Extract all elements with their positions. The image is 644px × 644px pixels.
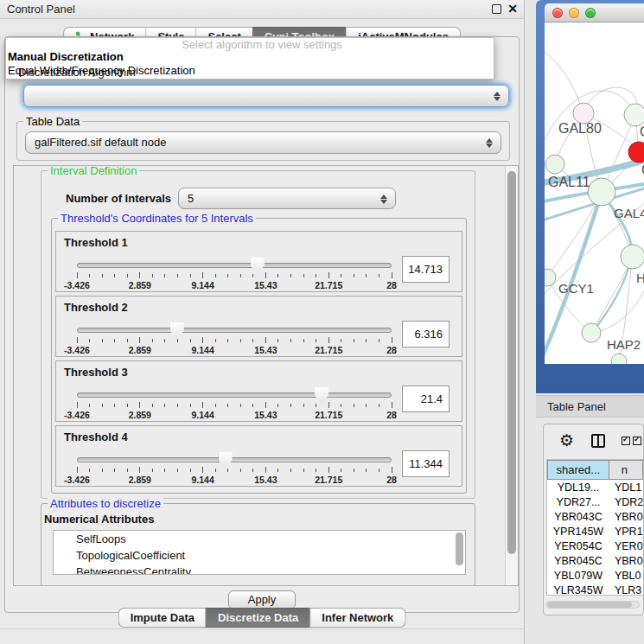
control-panel-window: Control Panel ✕ NetworkStyleSelectCyni T… <box>0 0 525 644</box>
slider-thumb[interactable] <box>170 322 184 338</box>
threshold-label: Threshold 3 <box>64 366 128 379</box>
network-node[interactable] <box>611 354 627 364</box>
table-cell: YBL0 <box>609 568 643 583</box>
scrollbar-track[interactable] <box>505 166 518 585</box>
slider-track[interactable] <box>77 457 392 462</box>
close-icon[interactable]: ✕ <box>507 2 518 16</box>
table-row[interactable]: YBL079WYBL0 <box>547 568 643 583</box>
table-cell: YBR0 <box>609 553 643 568</box>
network-node-label: GCY1 <box>558 281 594 296</box>
checkbox-icon[interactable] <box>622 437 630 445</box>
network-node[interactable] <box>588 178 615 206</box>
table-cell: YDR2 <box>609 494 643 509</box>
tab-discretize-data[interactable]: Discretize Data <box>206 608 309 628</box>
network-edge[interactable] <box>592 282 644 334</box>
slider-tick-labels: -3.4262.8599.14415.4321.71528 <box>77 410 392 420</box>
network-view-window[interactable]: GAL80G.CGAL11GAL4GCY1HHAP2 <box>536 0 644 393</box>
table-cell: YBR045C <box>547 553 609 568</box>
slider-ticks <box>77 467 392 474</box>
threshold-slider[interactable]: -3.4262.8599.14415.4321.71528 <box>77 322 392 355</box>
minimize-traffic-light[interactable] <box>569 8 579 18</box>
table-cell: YBR043C <box>547 509 609 524</box>
slider-track[interactable] <box>77 392 392 398</box>
horizontal-scrollbar-track[interactable] <box>545 601 640 609</box>
list-scrollbar-thumb[interactable] <box>456 532 463 565</box>
table-cell: YDL19... <box>547 480 609 494</box>
slider-ticks <box>77 272 392 279</box>
threshold-value-input[interactable] <box>402 386 450 412</box>
network-window-titlebar[interactable] <box>545 3 644 22</box>
cyni-toolbox-panel: Discretization Algorithm Select algorith… <box>4 36 520 613</box>
network-edge[interactable] <box>592 258 632 332</box>
slider-thumb[interactable] <box>219 452 233 468</box>
network-node-label: HAP2 <box>607 337 641 352</box>
gear-icon[interactable]: ⚙ <box>559 432 574 449</box>
numerical-attributes-list[interactable]: SelfLoopsTopologicalCoefficientBetweenne… <box>53 530 466 575</box>
slider-tick-labels: -3.4262.8599.14415.4321.71528 <box>77 345 392 355</box>
tab-impute-data[interactable]: Impute Data <box>118 608 206 628</box>
table-row[interactable]: YLR345WYLR3 <box>547 583 643 596</box>
network-node[interactable] <box>621 245 644 269</box>
columns-icon[interactable] <box>591 434 605 448</box>
table-panel-title: Table Panel <box>547 400 606 413</box>
network-node[interactable] <box>628 142 644 163</box>
horizontal-scrollbar-thumb[interactable] <box>547 602 632 608</box>
table-row[interactable]: YBR043CYBR0 <box>547 509 643 524</box>
threshold-value-input[interactable] <box>402 450 450 477</box>
table-row[interactable]: YDL19...YDL1 <box>547 480 643 494</box>
threshold-slider[interactable]: -3.4262.8599.14415.4321.71528 <box>77 387 392 420</box>
network-node[interactable] <box>624 104 644 126</box>
table-row[interactable]: YPR145WYPR1 <box>547 524 643 539</box>
table-cell: YPR1 <box>609 524 643 539</box>
table-cell: YPR145W <box>547 524 609 539</box>
slider-track[interactable] <box>77 263 392 268</box>
slider-thumb[interactable] <box>315 387 328 403</box>
table-row[interactable]: YBR045CYBR0 <box>547 553 643 568</box>
popup-option-equal-width[interactable]: Equal Width/Frequency Discretization <box>8 64 195 77</box>
close-traffic-light[interactable] <box>552 8 563 18</box>
threshold-slider[interactable]: -3.4262.8599.14415.4321.71528 <box>77 452 392 485</box>
interval-definition-group: Interval Definition Number of Intervals … <box>41 170 475 499</box>
network-node[interactable] <box>582 323 601 342</box>
attribute-list-item[interactable]: TopologicalCoefficient <box>54 547 465 564</box>
table-header-row: shared...n <box>547 460 643 480</box>
algorithm-combo[interactable] <box>23 85 509 107</box>
zoom-traffic-light[interactable] <box>585 8 596 18</box>
table-cell: YLR3 <box>609 583 643 596</box>
slider-thumb[interactable] <box>251 258 265 273</box>
table-toolbar: ⚙ <box>544 428 643 454</box>
network-node-label: GAL4 <box>614 206 644 220</box>
thresholds-group-label: Threshold's Coordinates for 5 Intervals <box>58 212 256 225</box>
column-header[interactable]: n <box>609 460 643 480</box>
slider-track[interactable] <box>77 328 392 333</box>
network-canvas[interactable]: GAL80G.CGAL11GAL4GCY1HHAP2 <box>545 22 644 364</box>
table-panel-header: Table Panel <box>536 395 644 418</box>
slider-ticks <box>77 402 392 409</box>
number-of-intervals-combo[interactable]: 5 <box>178 188 396 209</box>
tab-infer-network[interactable]: Infer Network <box>309 608 405 628</box>
network-node[interactable] <box>545 155 564 174</box>
threshold-value-input[interactable] <box>402 321 450 348</box>
threshold-slider[interactable]: -3.4262.8599.14415.4321.71528 <box>77 258 392 290</box>
number-of-intervals-label: Number of Intervals <box>66 192 171 205</box>
threshold-value-input[interactable] <box>402 256 450 283</box>
float-window-icon[interactable] <box>492 4 501 14</box>
attribute-list-item[interactable]: SelfLoops <box>54 531 465 547</box>
apply-button[interactable]: Apply <box>228 590 296 609</box>
table-row[interactable]: YER054CYER0 <box>547 539 643 553</box>
threshold-box: Threshold 1-3.4262.8599.14415.4321.71528 <box>55 231 462 292</box>
checkbox-icon[interactable] <box>633 437 641 445</box>
threshold-label: Threshold 2 <box>64 301 128 314</box>
table-panel-window: ⚙ shared...n YDL19...YDL1YDR27...YDR2YBR… <box>543 424 644 615</box>
table-row[interactable]: YDR27...YDR2 <box>547 494 643 509</box>
popup-option-manual[interactable]: Manual Discretization <box>8 50 124 63</box>
table-data-combo[interactable]: galFiltered.sif default node <box>25 131 501 154</box>
column-header[interactable]: shared... <box>547 460 609 480</box>
table-cell: YDR27... <box>547 494 609 509</box>
algorithm-dropdown-popup: Select algorithm to view settings Manual… <box>5 37 494 80</box>
network-edge[interactable] <box>545 48 583 113</box>
attribute-list-item[interactable]: BetweennessCentrality <box>54 564 465 575</box>
bottom-tab-bar: Impute DataDiscretize DataInfer Network <box>118 608 406 628</box>
table-data-value: galFiltered.sif default node <box>35 136 166 149</box>
scrollbar-thumb[interactable] <box>507 171 516 554</box>
